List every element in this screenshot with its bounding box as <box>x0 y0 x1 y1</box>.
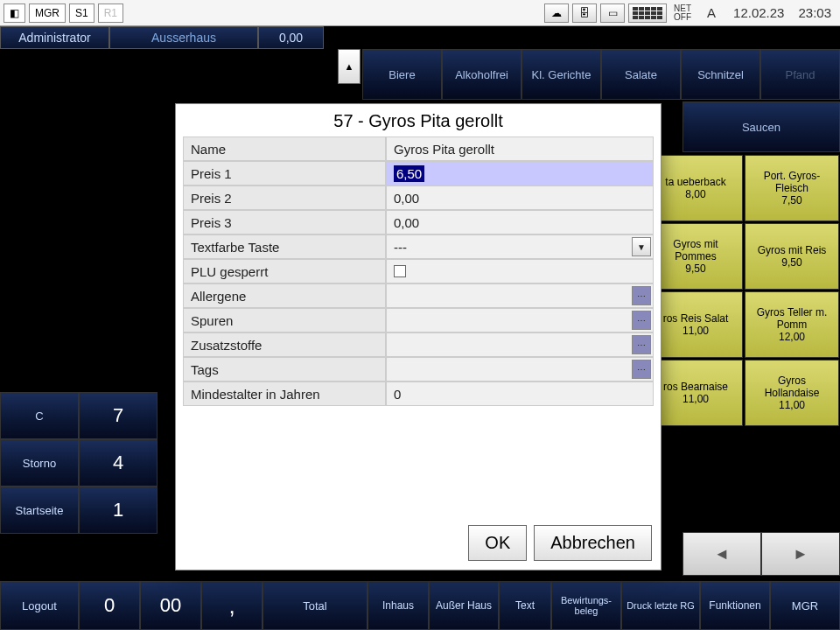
zusatz-label: Zusatzstoffe <box>183 332 386 357</box>
preis2-field[interactable]: 0,00 <box>386 186 654 210</box>
num-4[interactable]: 4 <box>79 439 158 486</box>
time-label: 23:03 <box>793 5 836 20</box>
picker-icon[interactable]: ⋯ <box>632 360 651 379</box>
plu-checkbox[interactable] <box>394 265 406 277</box>
cat-salate[interactable]: Salate <box>601 49 681 100</box>
druck-button[interactable]: Druck letzte RG <box>621 581 700 630</box>
net-status: NETOFF <box>670 4 695 22</box>
name-field[interactable]: Gyros Pita gerollt <box>386 136 654 161</box>
spuren-label: Spuren <box>183 308 386 332</box>
plu-label: PLU gesperrt <box>183 259 386 284</box>
r1-button[interactable]: R1 <box>98 4 123 23</box>
dialog-title: 57 - Gyros Pita gerollt <box>176 104 661 136</box>
cat-alkoholfrei[interactable]: Alkoholfrei <box>442 49 522 100</box>
allergene-label: Allergene <box>183 284 386 308</box>
edit-dialog: 57 - Gyros Pita gerollt NameGyros Pita g… <box>175 103 662 570</box>
plu-field[interactable] <box>386 259 654 284</box>
num-0[interactable]: 0 <box>79 581 140 630</box>
mindestalter-label: Mindestalter in Jahren <box>183 382 386 406</box>
bewirtungsbeleg-button[interactable]: Bewirtungs- beleg <box>551 581 621 630</box>
scroll-up-button[interactable]: ▲ <box>338 49 360 84</box>
mgr-button-bottom[interactable]: MGR <box>770 581 840 630</box>
ausserhaus-button[interactable]: Außer Haus <box>429 581 499 630</box>
startseite-button[interactable]: Startseite <box>0 486 79 534</box>
header-row: Administrator Ausserhaus 0,00 <box>0 26 840 49</box>
spuren-field[interactable]: ⋯ <box>386 308 654 332</box>
num-7[interactable]: 7 <box>79 392 158 439</box>
category-row: Biere Alkoholfrei Kl. Gerichte Salate Sc… <box>362 49 840 100</box>
product-button[interactable]: Port. Gyros-Fleisch7,50 <box>745 155 839 221</box>
product-button[interactable]: ros Bearnaise11,00 <box>648 360 743 426</box>
preis1-field[interactable]: 6,50 <box>386 161 654 186</box>
cat-pfand[interactable]: Pfand <box>760 49 840 100</box>
preis3-field[interactable]: 0,00 <box>386 210 654 234</box>
tags-label: Tags <box>183 357 386 382</box>
database-icon[interactable]: 🗄 <box>572 4 597 23</box>
product-button[interactable]: Gyros mit Reis9,50 <box>745 223 839 290</box>
c-button[interactable]: C <box>0 392 79 439</box>
preis2-label: Preis 2 <box>183 186 386 210</box>
preis1-label: Preis 1 <box>183 161 386 186</box>
cat-biere[interactable]: Biere <box>362 49 442 100</box>
next-page-button[interactable]: ► <box>761 532 840 576</box>
text-button[interactable]: Text <box>499 581 551 630</box>
storno-button[interactable]: Storno <box>0 439 79 486</box>
name-label: Name <box>183 136 386 161</box>
num-1[interactable]: 1 <box>79 486 158 534</box>
date-label: 12.02.23 <box>728 5 789 20</box>
funktionen-button[interactable]: Funktionen <box>700 581 770 630</box>
amount-label: 0,00 <box>258 26 324 49</box>
prev-page-button[interactable]: ◄ <box>682 532 761 576</box>
keyboard-icon[interactable] <box>628 4 667 23</box>
inhaus-button[interactable]: Inhaus <box>368 581 429 630</box>
product-button[interactable]: ros Reis Salat11,00 <box>648 291 743 358</box>
product-button[interactable]: Gyros mit Pommes9,50 <box>648 223 743 290</box>
product-button[interactable]: ta ueberback8,00 <box>648 155 743 221</box>
textfarbe-label: Textfarbe Taste <box>183 234 386 259</box>
total-button[interactable]: Total <box>262 581 368 630</box>
mgr-button[interactable]: MGR <box>29 4 66 23</box>
picker-icon[interactable]: ⋯ <box>632 311 651 330</box>
note-icon[interactable]: ▭ <box>600 4 625 23</box>
s1-button[interactable]: S1 <box>69 4 94 23</box>
ok-button[interactable]: OK <box>468 525 527 561</box>
cloud-icon[interactable]: ☁ <box>544 4 569 23</box>
comma-button[interactable]: , <box>201 581 262 630</box>
status-letter: A <box>698 5 724 20</box>
logout-button[interactable]: Logout <box>0 581 79 630</box>
cat-saucen[interactable]: Saucen <box>682 102 840 152</box>
num-00[interactable]: 00 <box>140 581 201 630</box>
num-column: 7 4 1 <box>79 392 158 534</box>
cancel-button[interactable]: Abbrechen <box>534 525 652 561</box>
zusatz-field[interactable]: ⋯ <box>386 332 654 357</box>
allergene-field[interactable]: ⋯ <box>386 284 654 308</box>
dropdown-icon[interactable]: ▼ <box>632 237 651 256</box>
system-menu-icon[interactable]: ◧ <box>4 4 25 23</box>
ausserhaus-label[interactable]: Ausserhaus <box>109 26 258 49</box>
picker-icon[interactable]: ⋯ <box>632 335 651 354</box>
cat-kl-gerichte[interactable]: Kl. Gerichte <box>522 49 601 100</box>
main-area: ▲ Biere Alkoholfrei Kl. Gerichte Salate … <box>0 49 840 581</box>
textfarbe-field[interactable]: ---▼ <box>386 234 654 259</box>
product-grid: ta ueberback8,00 Port. Gyros-Fleisch7,50… <box>648 154 840 427</box>
left-column: C Storno Startseite <box>0 392 79 534</box>
product-button[interactable]: Gyros Hollandaise11,00 <box>745 360 839 426</box>
product-button[interactable]: Gyros Teller m. Pomm12,00 <box>745 291 839 358</box>
nav-arrows: ◄ ► <box>682 532 840 576</box>
mindestalter-field[interactable]: 0 <box>386 382 654 406</box>
cat-schnitzel[interactable]: Schnitzel <box>681 49 760 100</box>
picker-icon[interactable]: ⋯ <box>632 286 651 305</box>
bottom-bar: Logout 0 00 , Total Inhaus Außer Haus Te… <box>0 581 840 630</box>
preis3-label: Preis 3 <box>183 210 386 234</box>
top-bar: ◧ MGR S1 R1 ☁ 🗄 ▭ NETOFF A 12.02.23 23:0… <box>0 0 840 26</box>
admin-label[interactable]: Administrator <box>0 26 109 49</box>
tags-field[interactable]: ⋯ <box>386 357 654 382</box>
